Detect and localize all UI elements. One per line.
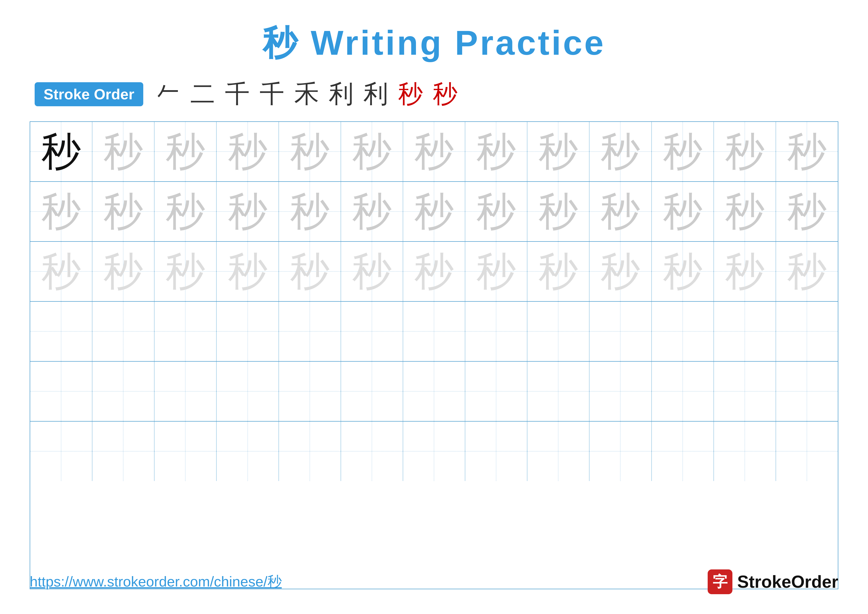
grid-cell-3-2[interactable]: 秒: [92, 242, 154, 301]
grid-cell-2-1[interactable]: 秒: [30, 182, 92, 241]
grid-cell-4-5[interactable]: [279, 302, 341, 361]
grid-cell-4-7[interactable]: [403, 302, 465, 361]
grid-cell-1-12[interactable]: 秒: [714, 122, 776, 181]
grid-cell-3-12[interactable]: 秒: [714, 242, 776, 301]
page: 秒 Writing Practice Stroke Order 𠂉 二 千 千 …: [0, 0, 868, 614]
grid-cell-1-6[interactable]: 秒: [341, 122, 403, 181]
grid-cell-5-3[interactable]: [154, 362, 217, 421]
grid-cell-6-4[interactable]: [217, 421, 279, 481]
grid-cell-6-8[interactable]: [465, 421, 527, 481]
grid-cell-2-9[interactable]: 秒: [527, 182, 589, 241]
grid-cell-6-6[interactable]: [341, 421, 403, 481]
grid-cell-6-12[interactable]: [714, 421, 776, 481]
grid-cell-5-9[interactable]: [527, 362, 589, 421]
grid-cell-2-8[interactable]: 秒: [465, 182, 527, 241]
grid-cell-3-13[interactable]: 秒: [776, 242, 838, 301]
footer: https://www.strokeorder.com/chinese/秒 字 …: [30, 569, 838, 594]
grid-cell-2-5[interactable]: 秒: [279, 182, 341, 241]
grid-cell-1-10[interactable]: 秒: [589, 122, 651, 181]
grid-cell-4-10[interactable]: [589, 302, 651, 361]
grid-cell-2-13[interactable]: 秒: [776, 182, 838, 241]
grid-cell-1-5[interactable]: 秒: [279, 122, 341, 181]
grid-cell-1-7[interactable]: 秒: [403, 122, 465, 181]
grid-cell-3-1[interactable]: 秒: [30, 242, 92, 301]
grid-cell-4-11[interactable]: [652, 302, 714, 361]
grid-cell-6-5[interactable]: [279, 421, 341, 481]
grid-cell-5-12[interactable]: [714, 362, 776, 421]
grid-cell-4-9[interactable]: [527, 302, 589, 361]
footer-logo: 字 StrokeOrder: [708, 569, 838, 594]
grid-cell-5-10[interactable]: [589, 362, 651, 421]
grid-row-1: 秒 秒 秒 秒 秒 秒 秒 秒 秒 秒 秒 秒 秒: [30, 122, 838, 182]
grid-cell-1-4[interactable]: 秒: [217, 122, 279, 181]
grid-cell-4-13[interactable]: [776, 302, 838, 361]
grid-cell-5-1[interactable]: [30, 362, 92, 421]
stroke-order-row: Stroke Order 𠂉 二 千 千 禾 利 利 秒 秒: [30, 82, 838, 107]
title-english: Writing Practice: [311, 23, 606, 62]
stroke-step-6: 利: [329, 82, 353, 107]
grid-cell-2-10[interactable]: 秒: [589, 182, 651, 241]
grid-row-4: [30, 302, 838, 362]
grid-row-5: [30, 362, 838, 421]
grid-row-2: 秒 秒 秒 秒 秒 秒 秒 秒 秒 秒 秒 秒 秒: [30, 182, 838, 242]
grid-cell-5-11[interactable]: [652, 362, 714, 421]
stroke-step-5: 禾: [294, 82, 319, 107]
grid-cell-3-10[interactable]: 秒: [589, 242, 651, 301]
grid-cell-2-11[interactable]: 秒: [652, 182, 714, 241]
grid-cell-3-4[interactable]: 秒: [217, 242, 279, 301]
grid-cell-3-9[interactable]: 秒: [527, 242, 589, 301]
grid-cell-4-2[interactable]: [92, 302, 154, 361]
grid-cell-5-5[interactable]: [279, 362, 341, 421]
grid-cell-6-10[interactable]: [589, 421, 651, 481]
grid-cell-5-6[interactable]: [341, 362, 403, 421]
grid-cell-1-3[interactable]: 秒: [154, 122, 217, 181]
grid-cell-4-1[interactable]: [30, 302, 92, 361]
grid-cell-1-1[interactable]: 秒: [30, 122, 92, 181]
stroke-step-7: 利: [363, 82, 388, 107]
stroke-step-8: 秒: [398, 82, 423, 107]
grid-cell-3-7[interactable]: 秒: [403, 242, 465, 301]
grid-cell-5-4[interactable]: [217, 362, 279, 421]
grid-cell-3-11[interactable]: 秒: [652, 242, 714, 301]
footer-url[interactable]: https://www.strokeorder.com/chinese/秒: [30, 572, 282, 591]
grid-row-6: [30, 421, 838, 481]
grid-cell-4-3[interactable]: [154, 302, 217, 361]
grid-cell-1-13[interactable]: 秒: [776, 122, 838, 181]
grid-cell-3-8[interactable]: 秒: [465, 242, 527, 301]
grid-cell-6-2[interactable]: [92, 421, 154, 481]
stroke-step-2: 二: [190, 82, 215, 107]
logo-text: StrokeOrder: [737, 572, 838, 592]
grid-cell-1-2[interactable]: 秒: [92, 122, 154, 181]
grid-cell-6-13[interactable]: [776, 421, 838, 481]
grid-cell-6-9[interactable]: [527, 421, 589, 481]
grid-cell-4-8[interactable]: [465, 302, 527, 361]
grid-cell-5-8[interactable]: [465, 362, 527, 421]
grid-cell-2-2[interactable]: 秒: [92, 182, 154, 241]
grid-cell-5-13[interactable]: [776, 362, 838, 421]
grid-cell-2-7[interactable]: 秒: [403, 182, 465, 241]
grid-cell-3-6[interactable]: 秒: [341, 242, 403, 301]
stroke-step-9: 秒: [433, 82, 457, 107]
grid-cell-5-7[interactable]: [403, 362, 465, 421]
grid-cell-5-2[interactable]: [92, 362, 154, 421]
grid-cell-4-4[interactable]: [217, 302, 279, 361]
grid-cell-6-7[interactable]: [403, 421, 465, 481]
grid-cell-2-4[interactable]: 秒: [217, 182, 279, 241]
grid-cell-4-6[interactable]: [341, 302, 403, 361]
grid-cell-6-3[interactable]: [154, 421, 217, 481]
stroke-steps: 𠂉 二 千 千 禾 利 利 秒 秒: [156, 82, 457, 107]
stroke-step-4: 千: [260, 82, 284, 107]
grid-cell-1-11[interactable]: 秒: [652, 122, 714, 181]
grid-cell-2-6[interactable]: 秒: [341, 182, 403, 241]
grid-cell-6-1[interactable]: [30, 421, 92, 481]
page-title: 秒 Writing Practice: [262, 20, 606, 67]
stroke-order-badge: Stroke Order: [35, 82, 143, 106]
grid-cell-2-12[interactable]: 秒: [714, 182, 776, 241]
grid-cell-1-9[interactable]: 秒: [527, 122, 589, 181]
grid-cell-6-11[interactable]: [652, 421, 714, 481]
grid-cell-2-3[interactable]: 秒: [154, 182, 217, 241]
grid-cell-1-8[interactable]: 秒: [465, 122, 527, 181]
grid-cell-4-12[interactable]: [714, 302, 776, 361]
grid-cell-3-3[interactable]: 秒: [154, 242, 217, 301]
grid-cell-3-5[interactable]: 秒: [279, 242, 341, 301]
